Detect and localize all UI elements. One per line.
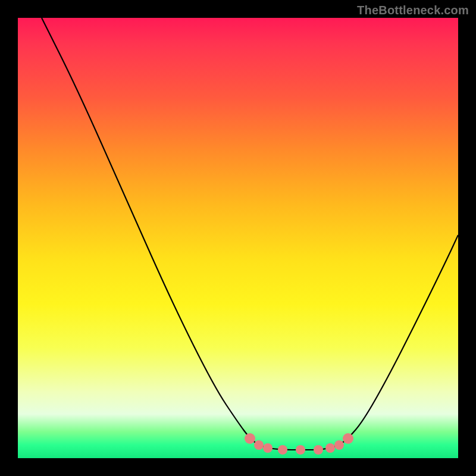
valley-marker (254, 440, 264, 450)
valley-marker (263, 443, 273, 453)
valley-marker (343, 433, 353, 444)
valley-marker (325, 443, 335, 453)
valley-marker (278, 445, 287, 455)
chart-plot-area (18, 18, 458, 458)
bottleneck-curve (42, 18, 458, 450)
valley-marker (245, 433, 255, 444)
chart-svg (18, 18, 458, 458)
valley-marker (314, 445, 323, 455)
valley-marker (296, 445, 305, 455)
source-watermark: TheBottleneck.com (357, 4, 469, 17)
valley-markers (245, 433, 353, 455)
valley-marker (334, 440, 344, 450)
